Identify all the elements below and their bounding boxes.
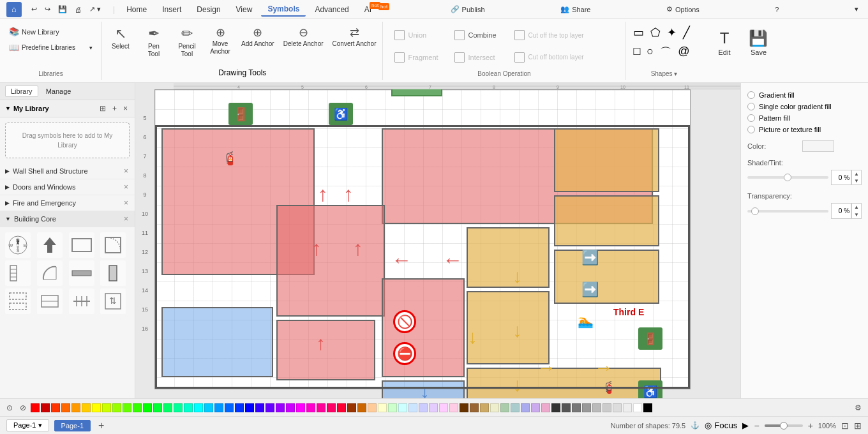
pattern-fill-radio[interactable] xyxy=(747,114,755,122)
palette-color-ff0066[interactable] xyxy=(327,403,336,412)
palette-no-color-btn[interactable]: ⊘ xyxy=(17,402,29,414)
transparency-value-field[interactable] xyxy=(831,203,851,218)
palette-color-ff0099[interactable] xyxy=(317,403,326,412)
doors-windows-close[interactable]: × xyxy=(123,183,130,191)
home-icon[interactable]: ⌂ xyxy=(6,2,22,17)
single-color-gradient-radio[interactable] xyxy=(747,103,755,110)
palette-color-999999[interactable] xyxy=(582,403,591,412)
symbol-railing[interactable] xyxy=(69,288,94,314)
symbol-beam[interactable] xyxy=(5,288,31,314)
palette-color-3300ff[interactable] xyxy=(255,403,264,412)
room-center-2[interactable] xyxy=(382,278,465,377)
convert-anchor-button[interactable]: ⇄ Convert Anchor xyxy=(329,24,380,68)
menu-tab-view[interactable]: View xyxy=(230,3,259,16)
palette-color-eeeeee[interactable] xyxy=(623,403,632,412)
move-anchor-button[interactable]: ⊕ MoveAnchor xyxy=(204,24,236,68)
building-core-section[interactable]: ▼ Building Core × xyxy=(0,211,135,227)
fire-emergency-section[interactable]: ▶ Fire and Emergency × xyxy=(0,195,135,211)
fit-width-btn[interactable]: ⊞ xyxy=(854,421,862,431)
palette-color-00ff00[interactable] xyxy=(143,403,152,412)
shape-spiral[interactable]: @ xyxy=(677,43,691,61)
symbol-arrow-up[interactable] xyxy=(37,232,63,258)
palette-color-00ffcc[interactable] xyxy=(184,403,193,412)
palette-color-aaccaa[interactable] xyxy=(500,403,509,412)
palette-color-cc00ff[interactable] xyxy=(286,403,295,412)
shape-pentagon[interactable]: ⬠ xyxy=(649,24,662,41)
play-button[interactable]: ▶ xyxy=(742,421,749,430)
palette-color-ccaaee[interactable] xyxy=(531,403,540,412)
intersect-button[interactable]: Intersect xyxy=(448,47,505,69)
room-center-1[interactable] xyxy=(276,205,385,317)
gradient-fill-option[interactable]: Gradient fill xyxy=(747,89,862,101)
palette-color-cc6600[interactable] xyxy=(357,403,366,412)
palette-color-00ff99[interactable] xyxy=(174,403,183,412)
zoom-in-btn[interactable]: + xyxy=(808,421,813,431)
palette-color-0099ff[interactable] xyxy=(214,403,223,412)
palette-menu-btn[interactable]: ⊙ xyxy=(4,402,15,414)
palette-color-ff00cc[interactable] xyxy=(306,403,315,412)
menu-tab-design[interactable]: Design xyxy=(190,3,227,16)
palette-color-ffcce5[interactable] xyxy=(449,403,458,412)
save-file-button[interactable]: 💾 xyxy=(55,4,70,15)
room-right-2[interactable] xyxy=(467,291,550,364)
palette-color-ccccff[interactable] xyxy=(419,403,428,412)
add-anchor-button[interactable]: ⊕ Add Anchor xyxy=(237,24,278,68)
shade-up[interactable]: ▲ xyxy=(852,170,861,177)
palette-color-663300[interactable] xyxy=(460,403,468,412)
room-far-right-bottom[interactable] xyxy=(467,368,661,398)
print-button[interactable]: 🖨 xyxy=(71,4,85,15)
palette-color-993300[interactable] xyxy=(347,403,356,412)
palette-settings-btn[interactable]: ⚙ xyxy=(852,402,864,414)
palette-color-555555[interactable] xyxy=(562,403,571,412)
new-library-button[interactable]: 📚 New Library xyxy=(5,24,63,39)
color-picker[interactable] xyxy=(802,140,834,152)
palette-color-333333[interactable] xyxy=(551,403,560,412)
palette-color-ff6600[interactable] xyxy=(61,403,70,412)
manage-tab[interactable]: Manage xyxy=(41,86,77,96)
palette-color-aacccc[interactable] xyxy=(511,403,520,412)
options-button[interactable]: ⚙ Options xyxy=(663,4,703,15)
shape-rect[interactable]: ▭ xyxy=(632,24,645,41)
room-right-1[interactable] xyxy=(467,227,550,288)
zoom-out-btn[interactable]: − xyxy=(754,421,759,431)
palette-color-ffcc00[interactable] xyxy=(82,403,91,412)
palette-color-cce5ff[interactable] xyxy=(408,403,417,412)
my-library-add-btn[interactable]: + xyxy=(110,103,119,114)
edit-button[interactable]: T Edit xyxy=(710,27,738,59)
palette-color-ffffff[interactable] xyxy=(633,403,642,412)
palette-color-6600ff[interactable] xyxy=(266,403,274,412)
palette-color-cccccc[interactable] xyxy=(602,403,611,412)
palette-color-ff0033[interactable] xyxy=(337,403,346,412)
fit-page-btn[interactable]: ⊡ xyxy=(841,421,849,431)
palette-color-ffff00[interactable] xyxy=(92,403,101,412)
cut-bottom-button[interactable]: Cut off bottom layer xyxy=(508,47,590,69)
pencil-tool-button[interactable]: ✏ PencilTool xyxy=(171,24,203,68)
palette-color-00ff33[interactable] xyxy=(153,403,162,412)
shape-line[interactable]: ╱ xyxy=(682,24,691,41)
single-color-gradient-option[interactable]: Single color gradient fill xyxy=(747,101,862,112)
room-far-right-3[interactable] xyxy=(554,250,659,304)
palette-color-9900ff[interactable] xyxy=(276,403,285,412)
palette-color-ff00ff[interactable] xyxy=(296,403,305,412)
pen-tool-button[interactable]: ✒ PenTool xyxy=(138,24,170,68)
palette-color-ff3300[interactable] xyxy=(51,403,60,412)
picture-fill-radio[interactable] xyxy=(747,126,755,133)
palette-color-0033ff[interactable] xyxy=(235,403,244,412)
palette-color-000000[interactable] xyxy=(643,403,652,412)
transparency-down[interactable]: ▼ xyxy=(852,211,861,218)
fire-emergency-close[interactable]: × xyxy=(123,198,130,207)
palette-color-777777[interactable] xyxy=(572,403,581,412)
my-library-expand-btn[interactable]: ⊞ xyxy=(98,103,108,114)
palette-color-ff0000[interactable] xyxy=(31,403,40,412)
zoom-slider[interactable] xyxy=(765,424,803,427)
symbol-compass[interactable]: N S W E xyxy=(5,232,31,258)
export-button[interactable]: ↗ ▾ xyxy=(86,4,104,15)
palette-color-0066ff[interactable] xyxy=(225,403,234,412)
shade-down[interactable]: ▼ xyxy=(852,177,861,184)
building-core-close[interactable]: × xyxy=(123,214,130,223)
palette-color-66ff00[interactable] xyxy=(123,403,131,412)
palette-color-bbbbbb[interactable] xyxy=(592,403,601,412)
palette-color-99ff00[interactable] xyxy=(112,403,121,412)
share-button[interactable]: 👥 Share xyxy=(557,4,594,15)
palette-color-0000ff[interactable] xyxy=(245,403,254,412)
